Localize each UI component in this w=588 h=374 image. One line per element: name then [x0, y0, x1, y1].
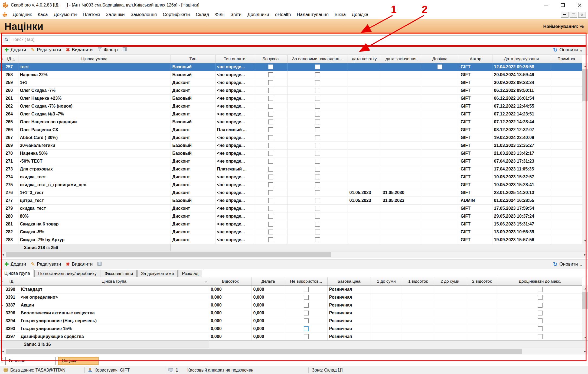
checkbox[interactable] — [315, 135, 320, 140]
menu-item[interactable]: Сертифікати — [160, 10, 193, 19]
checkbox[interactable] — [315, 198, 320, 203]
column-header[interactable]: Відсоток — [209, 277, 251, 285]
menu-item[interactable]: Налаштування — [294, 10, 332, 19]
column-header[interactable]: Тип — [171, 55, 215, 63]
checkbox[interactable] — [268, 72, 273, 77]
table-row[interactable]: 3391<не определено>0,0000,000Розничная — [0, 293, 582, 301]
refresh-button[interactable]: ↻ Оновити ▾ — [551, 46, 584, 54]
restore-button[interactable] — [554, 0, 571, 10]
table-row[interactable]: 271-50% ТЕСТДисконт<не опреде...GIFT07.0… — [0, 157, 582, 165]
menu-item[interactable]: Довідник — [10, 10, 35, 19]
checkbox[interactable] — [304, 295, 309, 300]
scrollbar-thumb[interactable] — [582, 69, 588, 101]
detail-tab[interactable]: Розклад — [178, 270, 202, 277]
checkbox[interactable] — [315, 214, 320, 219]
checkbox[interactable] — [304, 287, 309, 292]
menu-item[interactable]: Замовлення — [128, 10, 160, 19]
menu-item[interactable]: Документи — [51, 10, 80, 19]
column-header[interactable]: Тип оплати — [215, 55, 254, 63]
minimize-button[interactable] — [538, 0, 554, 10]
table-row[interactable]: 3390!Стандарт0,0000,000Розничная — [0, 285, 582, 293]
mdi-restore-button[interactable] — [570, 12, 577, 18]
column-header[interactable]: дата закінчення — [381, 55, 421, 63]
checkbox[interactable] — [268, 80, 273, 85]
checkbox[interactable] — [268, 198, 273, 203]
page-tab[interactable]: Головна — [5, 357, 56, 365]
delete-button[interactable]: ✖ Видалити — [63, 260, 95, 268]
checkbox[interactable] — [315, 96, 320, 101]
scroll-up-icon[interactable]: ▲ — [582, 63, 588, 69]
checkbox[interactable] — [315, 72, 320, 77]
detail-tab[interactable]: Фіксовані ціни — [101, 270, 137, 277]
table-row[interactable]: 270Наценка 50%Базовый<не опреде...GIFT21… — [0, 149, 582, 157]
checkbox[interactable] — [315, 120, 320, 124]
table-row[interactable]: 3397Дезинфицирующие средства0,0000,000Ро… — [0, 333, 582, 340]
column-header[interactable]: Базова ціна — [327, 277, 371, 285]
table-row[interactable]: 275скидка_тест_с_границами_ценДисконт<не… — [0, 181, 582, 189]
checkbox[interactable] — [268, 182, 273, 187]
column-header[interactable]: ІД△ — [4, 55, 18, 63]
checkbox[interactable] — [268, 159, 273, 164]
mdi-close-button[interactable] — [578, 12, 586, 18]
checkbox[interactable] — [268, 65, 273, 69]
table-row[interactable]: 3396Биологически активные вещества0,0000… — [0, 309, 582, 317]
checkbox[interactable] — [268, 175, 273, 179]
column-header[interactable]: 2 відсоток — [466, 277, 498, 285]
checkbox[interactable] — [315, 222, 320, 227]
checkbox[interactable] — [315, 80, 320, 85]
checkbox[interactable] — [315, 127, 320, 132]
checkbox[interactable] — [268, 127, 273, 132]
checkbox[interactable] — [268, 190, 273, 195]
checkbox[interactable] — [268, 120, 273, 124]
checkbox[interactable] — [538, 334, 543, 339]
checkbox[interactable] — [268, 104, 273, 109]
scroll-up-icon[interactable]: ▲ — [582, 285, 588, 291]
column-header[interactable]: ІД — [4, 277, 19, 285]
checkbox[interactable] — [268, 206, 273, 211]
menu-item[interactable]: Каса — [35, 10, 51, 19]
table-row[interactable]: 28080%Дисконт<не опреде...GIFT29.05.2023… — [0, 212, 582, 220]
table-row[interactable]: 283Скидка -7% by АртурДисконт<не опреде.… — [0, 236, 582, 244]
checkbox[interactable] — [315, 104, 320, 109]
checkbox[interactable] — [315, 112, 320, 117]
menu-item[interactable]: Склад — [193, 10, 212, 19]
table-row[interactable]: ▸257тестБазовый<не опреде...GIFT12.04.20… — [0, 63, 582, 71]
checkbox[interactable] — [315, 159, 320, 164]
table-row[interactable]: ▸3387Акции0,0000,000Розничная — [0, 301, 582, 309]
column-header[interactable]: 2 до суми — [434, 277, 466, 285]
edit-button[interactable]: ✎ Редагувати — [28, 46, 63, 54]
close-button[interactable] — [571, 0, 588, 10]
checkbox[interactable] — [304, 334, 309, 339]
checkbox[interactable] — [304, 311, 309, 315]
column-header[interactable]: Примітка — [551, 55, 582, 63]
horizontal-scrollbar[interactable]: ◄ ► — [0, 251, 588, 258]
detail-tab[interactable]: По постачальнику/виробнику — [34, 270, 100, 277]
checkbox[interactable] — [268, 151, 273, 156]
mdi-minimize-button[interactable] — [561, 12, 569, 18]
column-header[interactable]: За валовими накладенн... — [287, 55, 348, 63]
checkbox[interactable] — [437, 65, 442, 69]
column-header[interactable]: дата початку — [348, 55, 381, 63]
menu-item[interactable]: Вікна — [332, 10, 349, 19]
table-row[interactable]: 26930%анальгетикиБазовый<не опреде...GIF… — [0, 141, 582, 149]
checkbox[interactable] — [315, 190, 320, 195]
table-row[interactable]: 281Скидка на 6 товарДисконт<не опреде...… — [0, 220, 582, 228]
checkbox[interactable] — [538, 287, 543, 292]
table-row[interactable]: 273Для страховыхДисконтПлатежный ...GIFT… — [0, 165, 582, 173]
checkbox[interactable] — [315, 182, 320, 187]
checkbox[interactable] — [268, 222, 273, 227]
menu-item[interactable]: Довідники — [244, 10, 272, 19]
menu-item[interactable]: Філії — [212, 10, 228, 19]
checkbox[interactable] — [268, 96, 273, 101]
checkbox[interactable] — [538, 295, 543, 300]
columns-button[interactable] — [95, 260, 104, 268]
checkbox[interactable] — [268, 112, 273, 117]
refresh-button[interactable]: ↻ Оновити ▾ — [551, 260, 584, 268]
detail-tab[interactable]: Цінова група — [1, 269, 34, 277]
scrollbar-thumb[interactable] — [582, 292, 588, 309]
checkbox[interactable] — [304, 326, 309, 331]
checkbox[interactable] — [304, 303, 309, 308]
table-row[interactable]: 277цитра_тестБазовый<не опреде...01.05.2… — [0, 196, 582, 204]
checkbox[interactable] — [538, 303, 543, 308]
column-header[interactable]: Бонусна — [254, 55, 287, 63]
